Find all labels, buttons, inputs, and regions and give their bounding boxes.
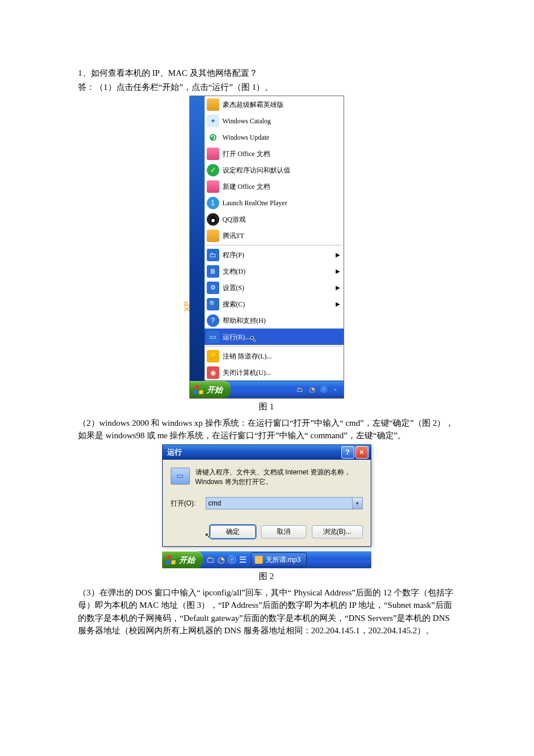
quick-launch: 🗀 ◔ ⓔ ☰ bbox=[206, 555, 248, 564]
start-menu-list: 豪杰超级解霸英雄版 Windows Catalog Windows Update… bbox=[205, 96, 344, 381]
run-icon bbox=[207, 331, 219, 343]
windows-flag-icon bbox=[193, 385, 203, 394]
start-button[interactable]: 开始 bbox=[162, 551, 203, 568]
run-dialog-titlebar: 运行 ? × bbox=[163, 445, 371, 460]
tray-ie-icon[interactable]: ⓔ bbox=[228, 555, 237, 564]
qq-icon bbox=[207, 213, 219, 226]
quick-launch: 🗀 ◔ ⓔ » bbox=[296, 385, 344, 394]
tray-expand-icon[interactable]: » bbox=[331, 385, 340, 394]
brand-windows: Windows bbox=[182, 314, 190, 348]
menu-label: 帮助和支持(H) bbox=[223, 316, 340, 326]
menu-label: 设置(S) bbox=[223, 283, 336, 293]
menu-label: 新建 Office 文档 bbox=[223, 182, 340, 192]
svg-point-2 bbox=[211, 219, 215, 222]
tray-icon[interactable]: ☰ bbox=[238, 555, 248, 564]
task-label: 无所谓.mp3 bbox=[266, 555, 301, 565]
menu-label: 程序(P) bbox=[223, 250, 336, 260]
taskbar-task-button[interactable]: 无所谓.mp3 bbox=[251, 552, 307, 567]
menu-item-qq-game[interactable]: QQ游戏 bbox=[205, 211, 344, 227]
shutdown-icon bbox=[207, 366, 219, 379]
menu-label: 设定程序访问和默认值 bbox=[223, 165, 340, 175]
realone-icon bbox=[207, 197, 219, 209]
cancel-button[interactable]: 取消 bbox=[261, 525, 306, 538]
music-icon bbox=[255, 556, 263, 564]
menu-item-new-office-doc[interactable]: 新建 Office 文档 bbox=[205, 178, 344, 195]
menu-item-search[interactable]: 搜索(C)▶ bbox=[205, 296, 344, 312]
menu-item-logoff[interactable]: 注销 陈道存(L)... bbox=[205, 348, 344, 364]
menu-item-programs[interactable]: 程序(P)▶ bbox=[205, 247, 344, 263]
start-button-label: 开始 bbox=[179, 554, 195, 566]
tray-icon[interactable]: ◔ bbox=[307, 385, 316, 394]
taskbar: 开始 🗀 ◔ ⓔ » bbox=[190, 381, 344, 398]
menu-label: 运行(R)... bbox=[223, 332, 340, 342]
menu-item-program-defaults[interactable]: 设定程序访问和默认值 bbox=[205, 162, 344, 178]
menu-label: QQ游戏 bbox=[223, 214, 340, 224]
office-new-icon bbox=[207, 180, 219, 193]
tray-icon[interactable]: ◔ bbox=[217, 555, 226, 564]
tt-icon bbox=[207, 230, 219, 242]
tray-icon[interactable]: 🗀 bbox=[296, 385, 305, 394]
tray-ie-icon[interactable]: ⓔ bbox=[319, 385, 328, 394]
menu-item-realone[interactable]: Launch RealOne Player bbox=[205, 195, 344, 211]
menu-item-windows-update[interactable]: Windows Update bbox=[205, 129, 344, 145]
logoff-icon bbox=[207, 350, 219, 362]
catalog-icon bbox=[207, 115, 219, 127]
menu-label: 关闭计算机(U)... bbox=[223, 368, 340, 378]
question-title: 1、如何查看本机的 IP、MAC 及其他网络配置？ bbox=[78, 67, 455, 80]
menu-label: Windows Update bbox=[223, 132, 340, 142]
open-input[interactable] bbox=[206, 498, 352, 509]
submenu-arrow-icon: ▶ bbox=[336, 250, 340, 259]
taskbar: 开始 🗀 ◔ ⓔ ☰ 无所谓.mp3 bbox=[162, 551, 371, 568]
start-button[interactable]: 开始 bbox=[190, 381, 231, 398]
menu-item-documents[interactable]: 文档(D)▶ bbox=[205, 263, 344, 279]
answer-step-3: （3）在弹出的 DOS 窗口中输入“ ipconfig/all”回车，其中“ P… bbox=[78, 586, 455, 637]
run-dialog-icon bbox=[171, 468, 190, 485]
office-open-icon bbox=[207, 148, 219, 160]
settings-icon bbox=[207, 282, 219, 294]
submenu-arrow-icon: ▶ bbox=[336, 300, 340, 308]
windows-flag-icon bbox=[166, 555, 176, 564]
menu-label: 豪杰超级解霸英雄版 bbox=[223, 100, 340, 110]
menu-label: Windows Catalog bbox=[223, 116, 340, 126]
menu-separator bbox=[206, 346, 342, 347]
menu-label: 文档(D) bbox=[223, 266, 336, 277]
submenu-arrow-icon: ▶ bbox=[336, 283, 340, 292]
open-combobox[interactable]: ▾ bbox=[206, 497, 363, 509]
answer-step-2: （2）windows 2000 和 windows xp 操作系统：在运行窗口“… bbox=[78, 417, 455, 442]
menu-item-help[interactable]: 帮助和支持(H) bbox=[205, 312, 344, 329]
run-dialog: 运行 ? × 请键入程序、文件夹、文档或 Internet 资源的名称，Wind… bbox=[162, 444, 371, 547]
menu-label: 腾讯TT bbox=[223, 231, 340, 241]
menu-label: 注销 陈道存(L)... bbox=[223, 351, 340, 361]
answer-step-1: 答：（1）点击任务栏“开始”，点击“运行”（图 1）。 bbox=[78, 81, 455, 94]
svg-point-0 bbox=[210, 134, 216, 141]
brand-xp: XP bbox=[182, 301, 190, 311]
menu-item-open-office-doc[interactable]: 打开 Office 文档 bbox=[205, 145, 344, 162]
menu-item-settings[interactable]: 设置(S)▶ bbox=[205, 279, 344, 296]
app-icon bbox=[207, 98, 219, 111]
open-label: 打开(O): bbox=[171, 498, 206, 508]
help-button[interactable]: ? bbox=[341, 446, 354, 459]
documents-icon bbox=[207, 265, 219, 278]
figure-2-caption: 图 2 bbox=[78, 570, 455, 583]
programs-icon bbox=[207, 249, 219, 261]
menu-item-tencent-tt[interactable]: 腾讯TT bbox=[205, 227, 344, 244]
submenu-arrow-icon: ▶ bbox=[336, 267, 340, 275]
menu-label: 搜索(C) bbox=[223, 299, 336, 309]
start-menu: Windows XP Professional 豪杰超级解霸英雄版 Window… bbox=[189, 96, 344, 399]
menu-label: Launch RealOne Player bbox=[223, 198, 340, 208]
dropdown-arrow-icon[interactable]: ▾ bbox=[352, 498, 362, 509]
start-menu-sidebar: Windows XP Professional bbox=[190, 96, 205, 381]
menu-item-windows-catalog[interactable]: Windows Catalog bbox=[205, 113, 344, 129]
close-button[interactable]: × bbox=[355, 446, 368, 459]
run-dialog-message: 请键入程序、文件夹、文档或 Internet 资源的名称，Windows 将为您… bbox=[196, 468, 363, 487]
menu-item-shutdown[interactable]: 关闭计算机(U)... bbox=[205, 364, 344, 381]
run-dialog-title: 运行 bbox=[167, 447, 182, 458]
ok-button[interactable]: 确定 bbox=[210, 525, 255, 538]
browse-button[interactable]: 浏览(B)... bbox=[312, 525, 363, 538]
search-icon bbox=[207, 298, 219, 310]
menu-item-run[interactable]: 运行(R)... ↖ bbox=[205, 329, 344, 345]
tray-icon[interactable]: 🗀 bbox=[206, 555, 215, 564]
menu-item-haojie[interactable]: 豪杰超级解霸英雄版 bbox=[205, 96, 344, 113]
update-icon bbox=[207, 131, 219, 144]
help-icon bbox=[207, 314, 219, 327]
